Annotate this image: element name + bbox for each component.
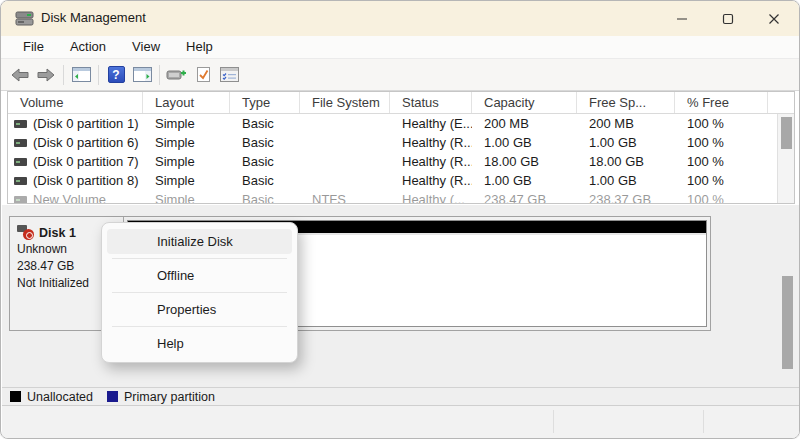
- minimize-button[interactable]: [659, 1, 705, 36]
- cell-type: Basic: [230, 154, 300, 169]
- checklist-button[interactable]: [216, 62, 242, 88]
- column-header-free-space[interactable]: Free Sp...: [577, 92, 675, 113]
- column-header-capacity[interactable]: Capacity: [472, 92, 577, 113]
- table-row[interactable]: (Disk 0 partition 8) Simple Basic Health…: [8, 171, 794, 190]
- disk-management-app-icon: [15, 10, 35, 27]
- disk-management-window: Disk Management File Action View Help: [0, 0, 800, 439]
- status-bar-divider: [553, 410, 554, 433]
- volume-table-header: Volume Layout Type File System Status Ca…: [8, 92, 794, 114]
- table-row[interactable]: (Disk 0 partition 6) Simple Basic Health…: [8, 133, 794, 152]
- column-header-status[interactable]: Status: [390, 92, 472, 113]
- legend-bar: Unallocated Primary partition: [2, 387, 800, 405]
- cell-volume: (Disk 0 partition 7): [33, 154, 138, 169]
- volume-list-scrollbar[interactable]: [777, 114, 794, 203]
- volume-icon: [14, 120, 27, 128]
- column-header-pct-free[interactable]: % Free: [675, 92, 768, 113]
- maximize-icon: [722, 13, 734, 25]
- table-row-clipped[interactable]: New Volume Simple Basic NTFS Healthy (..…: [8, 190, 794, 204]
- forward-button[interactable]: [33, 62, 59, 88]
- table-row[interactable]: (Disk 0 partition 1) Simple Basic Health…: [8, 114, 794, 133]
- volume-list-pane: Volume Layout Type File System Status Ca…: [7, 91, 795, 204]
- back-button[interactable]: [7, 62, 33, 88]
- disk-name: Disk 1: [39, 226, 76, 240]
- cell-status: Healthy (R...: [390, 173, 472, 188]
- show-console-tree-button[interactable]: [68, 62, 94, 88]
- toolbar: ?: [1, 59, 799, 91]
- cell-pct-free: 100 %: [675, 192, 768, 204]
- status-bar: [2, 405, 800, 439]
- column-header-type[interactable]: Type: [230, 92, 300, 113]
- volume-icon: [14, 158, 27, 166]
- menu-bar: File Action View Help: [1, 36, 799, 59]
- checklist-icon: [220, 67, 239, 82]
- cell-volume: (Disk 0 partition 1): [33, 116, 138, 131]
- help-button[interactable]: ?: [103, 62, 129, 88]
- cell-layout: Simple: [143, 173, 230, 188]
- cell-type: Basic: [230, 173, 300, 188]
- action-pane-icon: [133, 67, 152, 82]
- cell-status: Healthy (...: [390, 192, 472, 204]
- cell-capacity: 18.00 GB: [472, 154, 577, 169]
- cell-layout: Simple: [143, 154, 230, 169]
- checkmark-document-button[interactable]: [190, 62, 216, 88]
- column-header-file-system[interactable]: File System: [300, 92, 390, 113]
- menu-action[interactable]: Action: [60, 37, 116, 57]
- cell-free-space: 18.00 GB: [577, 154, 675, 169]
- cell-file-system: NTFS: [300, 192, 390, 204]
- column-header-volume[interactable]: Volume: [8, 92, 143, 113]
- table-row[interactable]: (Disk 0 partition 7) Simple Basic Health…: [8, 152, 794, 171]
- cell-capacity: 238.47 GB: [472, 192, 577, 204]
- monitor-button[interactable]: [164, 62, 190, 88]
- window-title: Disk Management: [41, 10, 146, 25]
- cell-layout: Simple: [143, 135, 230, 150]
- monitor-icon: [166, 68, 188, 82]
- minimize-icon: [676, 13, 688, 25]
- show-action-pane-button[interactable]: [129, 62, 155, 88]
- menu-item-initialize-disk[interactable]: Initialize Disk: [107, 229, 292, 254]
- cell-pct-free: 100 %: [675, 173, 768, 188]
- column-header-layout[interactable]: Layout: [143, 92, 230, 113]
- cell-layout: Simple: [143, 192, 230, 204]
- scrollbar-thumb[interactable]: [781, 117, 792, 149]
- cell-status: Healthy (E...: [390, 116, 472, 131]
- close-button[interactable]: [751, 1, 797, 36]
- volume-icon: [14, 196, 27, 204]
- title-bar: Disk Management: [1, 1, 799, 36]
- menu-item-offline[interactable]: Offline: [107, 263, 292, 288]
- menu-separator: [112, 258, 287, 259]
- menu-help[interactable]: Help: [176, 37, 223, 57]
- forward-icon: [36, 68, 56, 82]
- cell-pct-free: 100 %: [675, 116, 768, 131]
- console-tree-icon: [72, 67, 91, 82]
- cell-volume: (Disk 0 partition 8): [33, 173, 138, 188]
- menu-view[interactable]: View: [122, 37, 170, 57]
- cell-type: Basic: [230, 116, 300, 131]
- cell-free-space: 1.00 GB: [577, 173, 675, 188]
- back-icon: [10, 68, 30, 82]
- maximize-button[interactable]: [705, 1, 751, 36]
- disk-context-menu: Initialize Disk Offline Properties Help: [101, 222, 298, 363]
- cell-status: Healthy (R...: [390, 154, 472, 169]
- cell-type: Basic: [230, 135, 300, 150]
- disk-pane-scrollbar-thumb[interactable]: [782, 276, 793, 369]
- help-icon: ?: [108, 66, 125, 83]
- cell-free-space: 238.37 GB: [577, 192, 675, 204]
- volume-icon: [14, 177, 27, 185]
- menu-item-properties[interactable]: Properties: [107, 297, 292, 322]
- window-controls: [659, 1, 797, 36]
- menu-file[interactable]: File: [13, 37, 54, 57]
- cell-volume: New Volume: [33, 192, 106, 204]
- legend-label-primary-partition: Primary partition: [124, 390, 215, 404]
- status-bar-divider: [703, 410, 704, 433]
- disk-error-icon: [17, 225, 35, 240]
- cell-free-space: 200 MB: [577, 116, 675, 131]
- toolbar-separator: [159, 65, 160, 85]
- cell-capacity: 200 MB: [472, 116, 577, 131]
- menu-item-help[interactable]: Help: [107, 331, 292, 356]
- cell-volume: (Disk 0 partition 6): [33, 135, 138, 150]
- cell-status: Healthy (R...: [390, 135, 472, 150]
- close-icon: [768, 13, 780, 25]
- menu-separator: [112, 292, 287, 293]
- primary-partition-swatch: [107, 391, 118, 402]
- cell-free-space: 1.00 GB: [577, 135, 675, 150]
